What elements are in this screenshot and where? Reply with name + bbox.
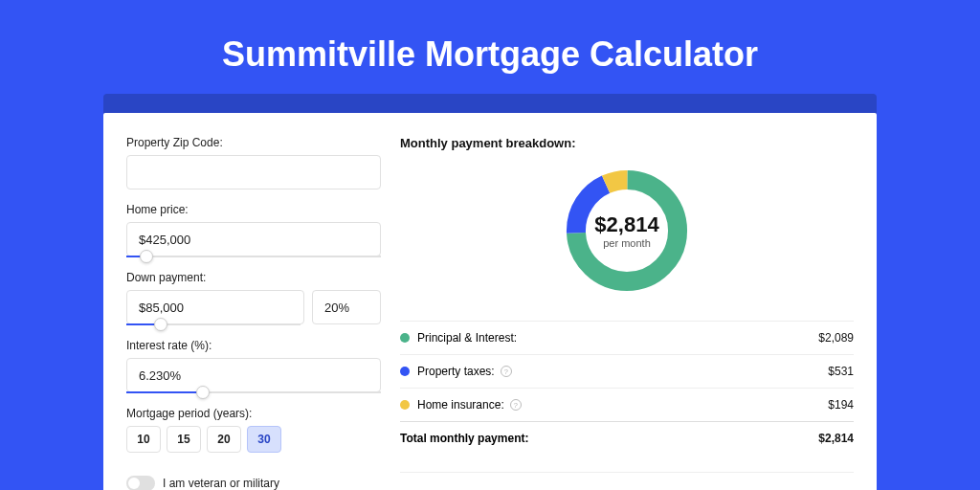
period-row: 10 15 20 30: [126, 426, 381, 453]
down-slider[interactable]: [126, 323, 301, 325]
calculator-panel: Property Zip Code: Home price: Down paym…: [103, 113, 877, 490]
dot-insurance: [400, 400, 410, 410]
down-pct-input[interactable]: [312, 290, 381, 324]
price-slider-thumb[interactable]: [140, 250, 153, 263]
down-label: Down payment:: [126, 271, 381, 284]
dot-taxes: [400, 367, 410, 376]
legend-row-total: Total monthly payment: $2,814: [400, 421, 854, 455]
legend-row-principal: Principal & Interest: $2,089: [400, 321, 854, 354]
rate-label: Interest rate (%):: [126, 339, 381, 352]
info-icon[interactable]: ?: [510, 399, 522, 411]
page-title: Summitville Mortgage Calculator: [0, 0, 980, 94]
donut-chart: $2,814 per month: [400, 164, 854, 298]
period-btn-10[interactable]: 10: [126, 426, 161, 453]
legend-label-insurance: Home insurance:: [417, 398, 504, 412]
rate-slider-thumb[interactable]: [196, 386, 210, 399]
legend-val-taxes: $531: [828, 365, 854, 378]
panel-wrap: Property Zip Code: Home price: Down paym…: [103, 94, 877, 490]
donut-center: $2,814 per month: [594, 212, 658, 249]
legend-row-taxes: Property taxes: ? $531: [400, 354, 854, 388]
donut-amount: $2,814: [594, 212, 658, 237]
period-btn-20[interactable]: 20: [207, 426, 241, 453]
period-label: Mortgage period (years):: [126, 407, 381, 420]
price-slider[interactable]: [126, 256, 381, 257]
breakdown-title: Monthly payment breakdown:: [400, 136, 854, 150]
legend-label-taxes: Property taxes:: [417, 365, 495, 378]
form-column: Property Zip Code: Home price: Down paym…: [126, 136, 381, 490]
info-icon[interactable]: ?: [501, 366, 512, 377]
period-btn-15[interactable]: 15: [167, 426, 201, 453]
amortization-section: Amortization for mortgage loan Amortizat…: [400, 472, 854, 490]
veteran-toggle-knob: [128, 478, 140, 489]
rate-slider[interactable]: [126, 391, 381, 393]
rate-slider-fill: [126, 391, 203, 393]
legend-row-insurance: Home insurance: ? $194: [400, 388, 854, 421]
veteran-label: I am veteran or military: [163, 477, 279, 490]
down-slider-thumb[interactable]: [154, 318, 167, 331]
breakdown-column: Monthly payment breakdown: $2,814 per mo…: [400, 136, 854, 490]
zip-label: Property Zip Code:: [126, 136, 381, 149]
legend-val-total: $2,814: [818, 432, 854, 445]
legend-val-insurance: $194: [828, 398, 854, 412]
down-input[interactable]: [126, 290, 304, 324]
rate-input[interactable]: [126, 358, 381, 392]
legend-label-total: Total monthly payment:: [400, 432, 528, 445]
price-input[interactable]: [126, 222, 381, 256]
legend-val-principal: $2,089: [818, 331, 854, 345]
legend-label-principal: Principal & Interest:: [417, 331, 517, 345]
dot-principal: [400, 333, 410, 343]
veteran-toggle[interactable]: [126, 476, 155, 490]
donut-sub: per month: [594, 237, 658, 249]
price-label: Home price:: [126, 203, 381, 216]
zip-input[interactable]: [126, 155, 381, 189]
period-btn-30[interactable]: 30: [247, 426, 281, 453]
